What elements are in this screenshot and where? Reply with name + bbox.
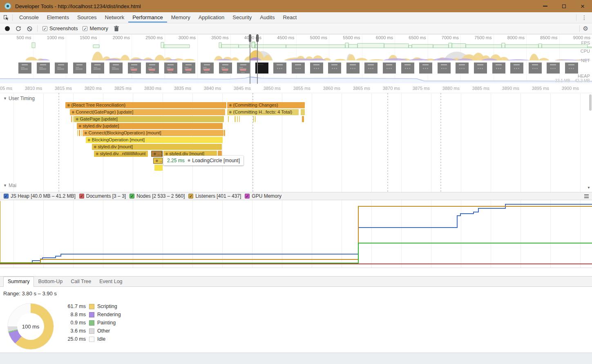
screenshot-thumbnail[interactable]	[201, 63, 214, 74]
flame-bar[interactable]	[255, 116, 256, 122]
tab-network[interactable]: Network	[101, 13, 129, 22]
flame-bar[interactable]: ❋(Committing Changes)	[227, 102, 305, 108]
flame-bar[interactable]: ❋GatePage [update]	[74, 116, 224, 122]
flame-bar[interactable]	[302, 116, 304, 122]
counters-menu-button[interactable]	[584, 194, 589, 198]
flame-bar[interactable]	[71, 116, 72, 122]
counter-checkbox[interactable]: ✓	[245, 194, 250, 199]
inspect-element-button[interactable]	[0, 12, 12, 23]
legend-swatch-idle[interactable]	[89, 337, 94, 342]
flame-bar[interactable]: ❋(React Tree Reconciliation)	[65, 102, 226, 108]
flame-bar[interactable]	[253, 116, 254, 122]
minimize-button[interactable]	[536, 0, 554, 12]
screenshot-thumbnail[interactable]	[419, 63, 432, 74]
tab-sources[interactable]: Sources	[73, 13, 101, 22]
screenshot-thumbnail[interactable]	[128, 63, 141, 74]
flame-chart-pane[interactable]: ▼User Timing ❋(React Tree Reconciliation…	[0, 93, 592, 192]
main-section-header-partial[interactable]: ▼Mai	[3, 183, 16, 188]
tab-performance[interactable]: Performance	[128, 13, 167, 22]
screenshots-checkbox[interactable]: ✓	[42, 26, 47, 31]
screenshot-thumbnail[interactable]	[164, 63, 177, 74]
screenshot-thumbnail[interactable]	[529, 63, 542, 74]
tab-security[interactable]: Security	[228, 13, 256, 22]
drawer-tab-call-tree[interactable]: Call Tree	[67, 277, 95, 286]
drawer-tab-bottom-up[interactable]: Bottom-Up	[34, 277, 67, 286]
legend-swatch-scripting[interactable]	[89, 304, 94, 309]
flame-bar[interactable]: ❋Connect(GatePage) [update]	[70, 109, 225, 115]
screenshot-thumbnail[interactable]	[109, 63, 123, 74]
user-timing-section-header[interactable]: ▼User Timing	[3, 96, 35, 101]
flame-bar[interactable]: ❋BlockingOperation [mount]	[86, 137, 223, 143]
reload-and-profile-button[interactable]	[16, 26, 21, 31]
legend-swatch-painting[interactable]	[89, 320, 94, 326]
tab-elements[interactable]: Elements	[43, 13, 73, 22]
memory-checkbox-group[interactable]: ✓ Memory	[83, 26, 108, 31]
screenshot-thumbnail[interactable]	[146, 63, 159, 74]
drawer-tab-event-log[interactable]: Event Log	[95, 277, 126, 286]
garbage-collect-button[interactable]	[114, 26, 119, 31]
screenshot-thumbnail[interactable]	[237, 63, 250, 74]
more-options-button[interactable]: ⋮	[580, 14, 589, 21]
flame-bar[interactable]	[237, 116, 238, 122]
screenshot-thumbnail[interactable]	[91, 63, 104, 74]
screenshot-thumbnail[interactable]	[492, 63, 505, 74]
flame-bar[interactable]	[81, 130, 82, 136]
screenshot-thumbnail[interactable]	[219, 63, 232, 74]
screenshot-thumbnail[interactable]	[310, 63, 323, 74]
scroll-down-arrow-icon[interactable]: ▼	[587, 186, 590, 190]
counter-checkbox[interactable]: ✓	[130, 194, 134, 199]
clear-recording-button[interactable]	[27, 26, 32, 31]
screenshot-thumbnail[interactable]	[182, 63, 195, 74]
selection-handle[interactable]	[249, 34, 251, 42]
screenshot-thumbnail[interactable]	[328, 63, 341, 74]
screenshots-checkbox-group[interactable]: ✓ Screenshots	[42, 26, 78, 31]
timeline-overview[interactable]: 500 ms1000 ms1500 ms2000 ms2500 ms3000 m…	[0, 34, 592, 84]
screenshot-thumbnail[interactable]	[292, 63, 305, 74]
tab-memory[interactable]: Memory	[167, 13, 194, 22]
counter-nodes[interactable]: ✓Nodes [2 533 – 2 560]	[130, 193, 185, 199]
legend-swatch-rendering[interactable]	[89, 312, 94, 317]
flame-bar[interactable]	[228, 116, 229, 122]
screenshot-thumbnail[interactable]	[73, 63, 86, 74]
flame-bar[interactable]	[77, 130, 78, 136]
screenshot-thumbnail[interactable]	[18, 63, 31, 74]
flame-bar[interactable]	[224, 130, 225, 136]
counter-gpu[interactable]: ✓GPU Memory	[245, 193, 281, 199]
legend-swatch-other[interactable]	[89, 328, 94, 334]
screenshot-thumbnail[interactable]	[510, 63, 523, 74]
screenshot-thumbnail[interactable]	[401, 63, 414, 74]
tab-audits[interactable]: Audits	[256, 13, 279, 22]
screenshot-thumbnail[interactable]	[364, 63, 378, 74]
screenshot-thumbnail[interactable]	[438, 63, 451, 74]
counter-documents[interactable]: ✓Documents [3 – 3]	[79, 193, 126, 199]
tab-application[interactable]: Application	[194, 13, 229, 22]
screenshot-thumbnail[interactable]	[346, 63, 360, 74]
screenshot-thumbnail[interactable]	[37, 63, 50, 74]
flame-bar[interactable]	[73, 116, 74, 122]
settings-gear-button[interactable]: ⚙	[583, 25, 588, 32]
flame-bar[interactable]	[239, 116, 240, 122]
flame-bar[interactable]	[301, 109, 305, 115]
vertical-scrollbar-thumb[interactable]	[589, 94, 592, 111]
flame-bar[interactable]	[235, 116, 236, 122]
flame-bar[interactable]: ❋styled.div [update]	[77, 123, 223, 129]
flame-bar[interactable]: ❋styled.div [mount]	[92, 144, 222, 150]
flame-bar[interactable]: ❋(Committing H...fects: 4 Total)	[227, 109, 299, 115]
selection-handle[interactable]	[256, 34, 259, 42]
counter-js[interactable]: ✓JS Heap [40.0 MB – 41.2 MB]	[4, 193, 76, 199]
counter-checkbox[interactable]: ✓	[4, 194, 9, 199]
screenshot-thumbnail[interactable]	[55, 63, 68, 74]
memory-checkbox[interactable]: ✓	[83, 26, 87, 31]
flame-bar[interactable]: ❋Connect(BlockingOperation) [mount]	[83, 130, 223, 136]
maximize-button[interactable]	[554, 0, 573, 12]
flame-bar[interactable]: ❋...]	[151, 151, 163, 157]
screenshot-thumbnail[interactable]	[565, 63, 578, 74]
tab-react[interactable]: React	[279, 13, 301, 22]
close-button[interactable]: ×	[573, 0, 592, 12]
flame-bar[interactable]	[79, 130, 80, 136]
flame-bar[interactable]	[154, 165, 163, 171]
counter-listeners[interactable]: ✓Listeners [401 – 437]	[188, 193, 241, 199]
counter-checkbox[interactable]: ✓	[79, 194, 84, 199]
screenshot-thumbnail[interactable]	[456, 63, 469, 74]
screenshot-thumbnail[interactable]	[547, 63, 560, 74]
